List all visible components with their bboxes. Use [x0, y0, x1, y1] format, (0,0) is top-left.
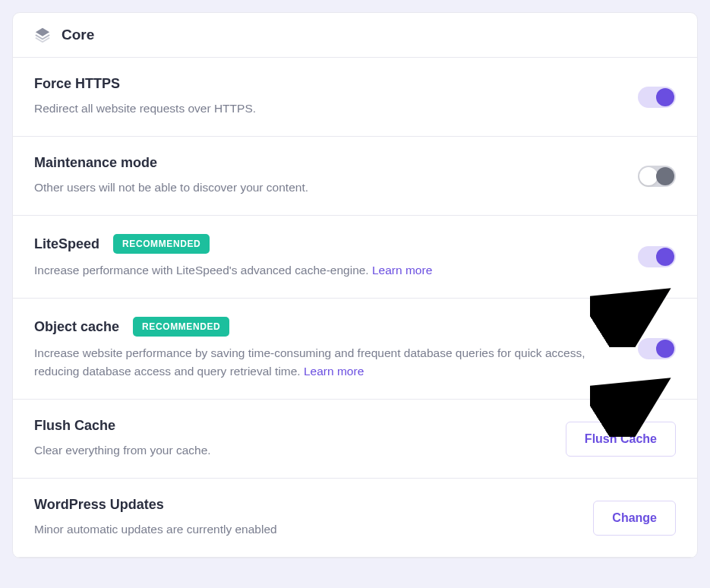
row-content: WordPress Updates Minor automatic update… [34, 497, 578, 539]
maintenance-toggle[interactable] [638, 166, 676, 187]
row-maintenance-mode: Maintenance mode Other users will not be… [13, 137, 697, 216]
row-content: Flush Cache Clear everything from your c… [34, 418, 551, 460]
force-https-desc: Redirect all website requests over HTTPS… [34, 100, 623, 118]
row-content: Object cache RECOMMENDED Increase websit… [34, 317, 623, 381]
row-content: Force HTTPS Redirect all website request… [34, 76, 623, 118]
flush-cache-title: Flush Cache [34, 418, 115, 434]
flush-cache-button[interactable]: Flush Cache [566, 422, 676, 457]
recommended-badge: RECOMMENDED [133, 317, 229, 337]
litespeed-desc: Increase performance with LiteSpeed's ad… [34, 261, 623, 280]
object-cache-toggle[interactable] [638, 338, 676, 359]
row-content: LiteSpeed RECOMMENDED Increase performan… [34, 234, 623, 280]
litespeed-learn-more-link[interactable]: Learn more [372, 264, 432, 277]
force-https-title: Force HTTPS [34, 76, 120, 92]
recommended-badge: RECOMMENDED [113, 234, 210, 254]
row-object-cache: Object cache RECOMMENDED Increase websit… [13, 299, 697, 400]
object-cache-desc: Increase website performance by saving t… [34, 344, 623, 381]
core-panel: Core Force HTTPS Redirect all website re… [12, 12, 698, 558]
row-wordpress-updates: WordPress Updates Minor automatic update… [13, 479, 697, 558]
change-button[interactable]: Change [593, 501, 676, 536]
maintenance-title: Maintenance mode [34, 155, 157, 171]
litespeed-title: LiteSpeed [34, 236, 99, 252]
force-https-toggle[interactable] [638, 87, 676, 108]
row-content: Maintenance mode Other users will not be… [34, 155, 623, 197]
panel-header: Core [13, 13, 697, 58]
panel-title: Core [62, 27, 94, 43]
object-cache-title: Object cache [34, 319, 119, 335]
object-cache-learn-more-link[interactable]: Learn more [304, 365, 364, 378]
maintenance-desc: Other users will not be able to discover… [34, 179, 623, 197]
row-litespeed: LiteSpeed RECOMMENDED Increase performan… [13, 216, 697, 299]
row-force-https: Force HTTPS Redirect all website request… [13, 58, 697, 137]
row-flush-cache: Flush Cache Clear everything from your c… [13, 400, 697, 479]
flush-cache-desc: Clear everything from your cache. [34, 441, 551, 460]
layers-icon [34, 27, 51, 43]
litespeed-toggle[interactable] [638, 246, 676, 267]
wp-updates-title: WordPress Updates [34, 497, 164, 513]
wp-updates-desc: Minor automatic updates are currently en… [34, 520, 578, 539]
